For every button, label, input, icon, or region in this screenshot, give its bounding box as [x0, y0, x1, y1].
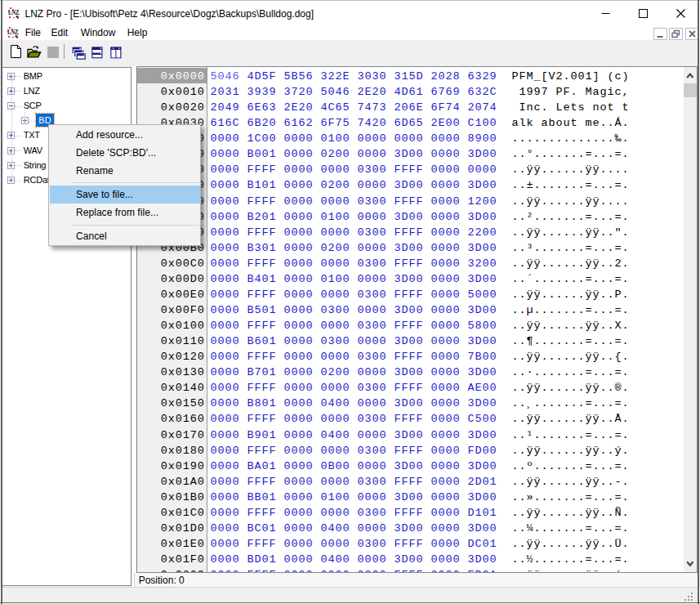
- svg-text:LNZ: LNZ: [8, 8, 20, 16]
- svg-text:LNZ: LNZ: [7, 28, 19, 36]
